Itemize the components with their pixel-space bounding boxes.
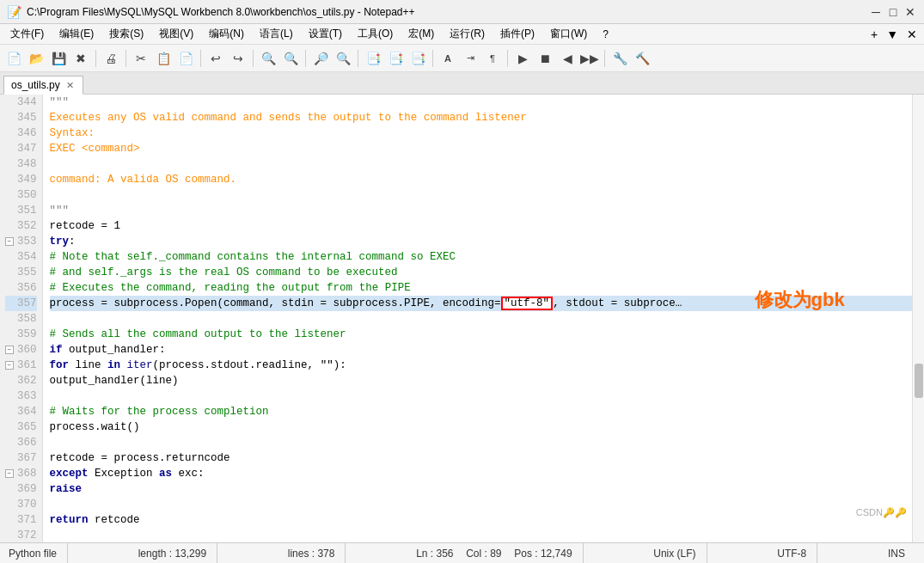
code-line-350 [50,187,912,203]
paste-button[interactable]: 📄 [175,48,196,69]
toolbar-sep-5 [305,50,306,67]
menu-tools[interactable]: 工具(O) [351,25,400,43]
code-line-355: # and self._args is the real OS command … [50,265,912,280]
print-button[interactable]: 🖨 [101,48,121,69]
code-line-371: return retcode [50,512,912,528]
word-wrap-button[interactable]: A [438,48,458,69]
menubar: 文件(F) 编辑(E) 搜索(S) 视图(V) 编码(N) 语言(L) 设置(T… [0,24,924,45]
tab-os-utils[interactable]: os_utils.py ✕ [3,76,83,95]
toolbar-sep-3 [200,50,201,67]
toolbar-sep-8 [507,50,508,67]
toolbar-x-button[interactable]: ✕ [903,28,921,41]
titlebar: 📝 C:\Program Files\MySQL\MySQL Workbench… [0,0,924,24]
toolbar-sep-1 [95,50,96,67]
status-ins: INS [878,543,915,563]
replace-button[interactable]: 🔍 [280,48,301,69]
code-line-354: # Note that self._command contains the i… [50,249,912,265]
tabbar: os_utils.py ✕ [0,72,924,95]
menu-window[interactable]: 窗口(W) [543,25,594,43]
code-line-368: except Exception as exc: [50,466,912,481]
toolbar-sep-4 [253,50,254,67]
line-num-370: 370 [5,497,37,512]
line-num-348: 348 [5,156,37,172]
undo-button[interactable]: ↩ [205,48,226,69]
line-num-368: − 368 [5,466,37,481]
tab-close-icon[interactable]: ✕ [66,80,74,91]
line-num-372: 372 [5,528,37,542]
new-file-button[interactable]: 📄 [3,48,24,69]
toolbar-plus-button[interactable]: + [867,28,881,41]
step-fwd-button[interactable]: ▶▶ [579,48,600,69]
code-line-353: try: [50,234,912,249]
annotation-text: 修改为gbk [755,292,845,308]
code-area[interactable]: """ Executes any OS valid command and se… [43,95,912,542]
toolbar-arrow-button[interactable]: ▼ [883,28,902,41]
indent-button[interactable]: ⇥ [460,48,480,69]
code-line-366 [50,435,912,450]
minimize-button[interactable]: ─ [869,5,883,19]
cut-button[interactable]: ✂ [131,48,151,69]
titlebar-controls: ─ □ ✕ [869,5,917,19]
show-all-button[interactable]: ¶ [482,48,503,69]
menu-encoding[interactable]: 编码(N) [202,25,251,43]
redo-button[interactable]: ↪ [228,48,248,69]
right-scrollbar[interactable] [912,95,924,542]
code-line-352: retcode = 1 [50,218,912,234]
line-num-365: 365 [5,419,37,435]
toolbar-sep-2 [125,50,126,67]
save-button[interactable]: 💾 [48,48,69,69]
stop-button[interactable]: ⏹ [535,48,555,69]
scrollbar-thumb[interactable] [915,364,923,398]
zoom-in-button[interactable]: 🔎 [310,48,331,69]
code-line-369: raise [50,481,912,497]
line-num-363: 363 [5,389,37,404]
run-button[interactable]: ▶ [512,48,533,69]
fold-icon-368[interactable]: − [5,469,14,478]
fold-icon-353[interactable]: − [5,237,14,246]
code-line-361: for line in iter(process.stdout.readline… [50,358,912,373]
zoom-out-button[interactable]: 🔍 [333,48,353,69]
menu-edit[interactable]: 编辑(E) [52,25,101,43]
split-h-button[interactable]: 📑 [407,48,428,69]
line-num-360: − 360 [5,342,37,358]
toolbar-sep-9 [604,50,605,67]
line-num-356: 356 [5,280,37,296]
code-line-358 [50,311,912,327]
split-v-button[interactable]: 📑 [385,48,406,69]
close-file-button[interactable]: ✖ [70,48,91,69]
menu-help[interactable]: ? [596,27,615,42]
settings-button[interactable]: 🔧 [609,48,630,69]
line-num-355: 355 [5,265,37,280]
line-numbers: 344 345 346 347 348 349 350 351 352 − 35… [0,95,43,542]
code-line-362: output_handler(line) [50,373,912,389]
copy-button[interactable]: 📋 [153,48,174,69]
menu-view[interactable]: 视图(V) [152,25,200,43]
code-line-363 [50,389,912,404]
toolbar-sep-6 [358,50,358,67]
sync-scroll-button[interactable]: 📑 [363,48,383,69]
line-num-364: 364 [5,404,37,419]
menu-language[interactable]: 语言(L) [253,25,300,43]
menu-run[interactable]: 运行(R) [443,25,492,43]
close-button[interactable]: ✕ [903,5,917,19]
open-file-button[interactable]: 📂 [26,48,46,69]
code-line-365: process.wait() [50,419,912,435]
menu-plugins[interactable]: 插件(P) [493,25,542,43]
menu-macro[interactable]: 宏(M) [401,25,441,43]
fold-icon-361[interactable]: − [5,361,14,370]
code-line-364: # Waits for the process completion [50,404,912,419]
line-num-353: − 353 [5,234,37,249]
menu-file[interactable]: 文件(F) [3,25,51,43]
code-line-360: if output_handler: [50,342,912,358]
editor-container: 344 345 346 347 348 349 350 351 352 − 35… [0,95,924,542]
code-line-344: """ [50,95,912,110]
menu-search[interactable]: 搜索(S) [102,25,150,43]
build-button[interactable]: 🔨 [632,48,652,69]
maximize-button[interactable]: □ [886,5,900,19]
menu-settings[interactable]: 设置(T) [302,25,349,43]
step-back-button[interactable]: ◀ [557,48,578,69]
fold-icon-360[interactable]: − [5,346,14,354]
status-position: Ln : 356 Col : 89 Pos : 12,749 [406,543,583,563]
find-button[interactable]: 🔍 [258,48,278,69]
line-num-371: 371 [5,512,37,528]
